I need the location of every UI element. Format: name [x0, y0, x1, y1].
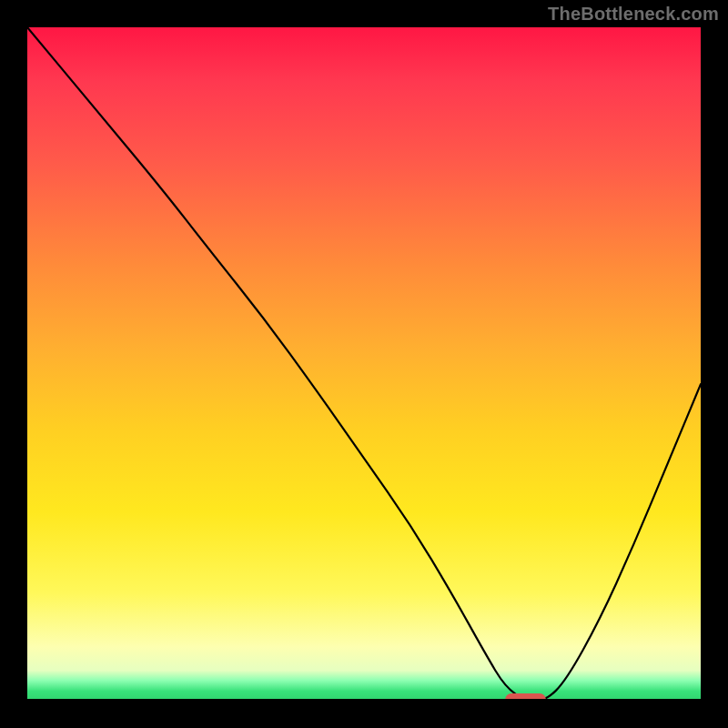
bottleneck-curve [27, 27, 701, 701]
chart-frame: TheBottleneck.com [0, 0, 728, 728]
x-axis-baseline [27, 699, 701, 701]
attribution-text: TheBottleneck.com [548, 4, 719, 25]
plot-area [27, 27, 701, 701]
